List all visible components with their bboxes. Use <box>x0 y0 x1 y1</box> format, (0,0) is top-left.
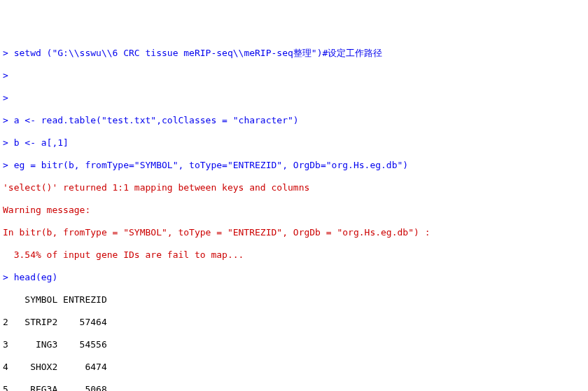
console-line: > setwd ("G:\\sswu\\6 CRC tissue meRIP-s… <box>3 48 588 59</box>
message-text: Warning message: <box>3 205 90 215</box>
console-line: 2 STRIP2 57464 <box>3 317 588 328</box>
console-line: > <box>3 92 588 104</box>
console-line: In bitr(b, fromType = "SYMBOL", toType =… <box>3 227 588 238</box>
input-text: a <- read.table("test.txt",colClasses = … <box>14 115 299 125</box>
input-text: setwd ("G:\\sswu\\6 CRC tissue meRIP-seq… <box>14 48 383 58</box>
prompt-symbol: > <box>3 137 14 148</box>
input-text: b <- a[,1] <box>14 137 69 148</box>
prompt-symbol: > <box>3 92 14 103</box>
r-console-output[interactable]: > setwd ("G:\\sswu\\6 CRC tissue meRIP-s… <box>3 48 588 391</box>
console-line: 4 SHOX2 6474 <box>3 362 588 373</box>
console-line: SYMBOL ENTREZID <box>3 294 588 306</box>
output-text: 4 SHOX2 6474 <box>3 362 107 372</box>
output-text: 2 STRIP2 57464 <box>3 317 107 327</box>
message-text: 'select()' returned 1:1 mapping between … <box>3 182 309 193</box>
output-text: SYMBOL ENTREZID <box>3 294 107 305</box>
console-line: 'select()' returned 1:1 mapping between … <box>3 182 588 193</box>
console-line: > <box>3 70 588 81</box>
prompt-symbol: > <box>3 48 14 58</box>
input-text: eg = bitr(b, fromType="SYMBOL", toType="… <box>14 160 409 170</box>
prompt-symbol: > <box>3 115 14 125</box>
console-line: > eg = bitr(b, fromType="SYMBOL", toType… <box>3 160 588 171</box>
console-line: > b <- a[,1] <box>3 137 588 149</box>
prompt-symbol: > <box>3 160 14 170</box>
console-line: > a <- read.table("test.txt",colClasses … <box>3 115 588 126</box>
prompt-symbol: > <box>3 272 14 282</box>
console-line: 3 ING3 54556 <box>3 339 588 350</box>
console-line: 5 REG3A 5068 <box>3 384 588 391</box>
input-text: head(eg) <box>14 272 58 282</box>
output-text: 3 ING3 54556 <box>3 339 107 350</box>
message-text: 3.54% of input gene IDs are fail to map.… <box>3 249 244 260</box>
console-line: > head(eg) <box>3 272 588 283</box>
output-text: 5 REG3A 5068 <box>3 384 107 391</box>
message-text: In bitr(b, fromType = "SYMBOL", toType =… <box>3 227 430 238</box>
console-line: Warning message: <box>3 205 588 216</box>
console-line: 3.54% of input gene IDs are fail to map.… <box>3 249 588 261</box>
prompt-symbol: > <box>3 70 14 81</box>
